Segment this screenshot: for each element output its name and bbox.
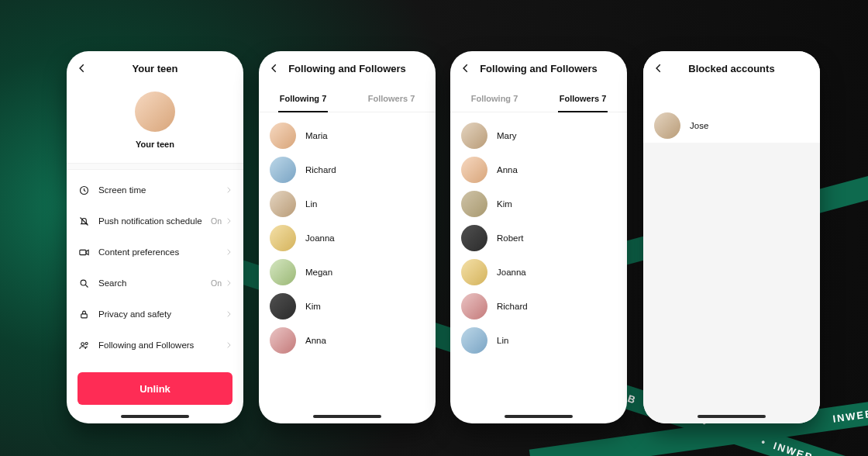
menu-label: Content preferences — [98, 247, 225, 257]
teen-name: Your teen — [136, 140, 174, 149]
page-title: Blocked accounts — [688, 63, 774, 74]
tab-label: Followers 7 — [560, 94, 607, 103]
list-item[interactable]: Joanna — [450, 255, 627, 289]
svg-point-8 — [85, 342, 88, 344]
list-item[interactable]: Anna — [259, 323, 436, 358]
phone-blocked: Blocked accounts Jose — [643, 51, 820, 423]
unlink-button[interactable]: Unlink — [78, 372, 232, 405]
chevron-right-icon — [225, 217, 232, 225]
menu-label: Screen time — [98, 185, 225, 195]
list-item[interactable]: Lin — [450, 323, 627, 358]
list-item[interactable]: Megan — [259, 255, 436, 289]
screen-body: Jose — [643, 109, 820, 423]
user-name: Jose — [690, 121, 708, 130]
home-indicator — [121, 415, 189, 418]
list-item[interactable]: Richard — [259, 153, 436, 187]
profile-block: Your teen — [67, 85, 243, 163]
avatar — [461, 157, 487, 183]
list-item[interactable]: Kim — [259, 289, 436, 323]
svg-point-4 — [81, 280, 86, 285]
home-indicator — [313, 415, 381, 418]
avatar — [461, 123, 487, 149]
user-name: Anna — [497, 165, 518, 174]
users-icon — [78, 339, 90, 351]
avatar — [461, 225, 487, 251]
phone-followers: Following and Followers Following 7 Foll… — [450, 51, 627, 423]
unlink-label: Unlink — [140, 383, 170, 395]
back-button[interactable] — [458, 60, 474, 76]
chevron-left-icon — [77, 63, 88, 74]
teen-avatar[interactable] — [135, 92, 175, 132]
chevron-left-icon — [269, 63, 280, 74]
menu-following-followers[interactable]: Following and Followers — [67, 330, 243, 361]
following-list: Maria Richard Lin Joanna Megan Kim Anna — [259, 112, 436, 364]
back-button[interactable] — [74, 60, 90, 76]
settings-menu: Screen time Push notification schedule O… — [67, 170, 243, 396]
stage: INWEB•INWEB•INWEB INWEB•INWEB•INWEB•INWE… — [0, 0, 868, 456]
section-divider — [67, 163, 243, 170]
followers-list: Mary Anna Kim Robert Joanna Richard Lin — [450, 112, 627, 364]
avatar — [461, 293, 487, 320]
phone-your-teen: Your teen Your teen Screen time Push not… — [67, 51, 243, 423]
chevron-left-icon — [653, 63, 664, 74]
list-item[interactable]: Robert — [450, 221, 627, 255]
chevron-right-icon — [225, 341, 232, 349]
user-name: Kim — [497, 199, 512, 209]
back-button[interactable] — [651, 60, 666, 76]
page-title: Following and Followers — [480, 63, 598, 74]
menu-search[interactable]: Search On — [67, 268, 243, 299]
menu-content-preferences[interactable]: Content preferences — [67, 237, 243, 268]
menu-badge: On — [211, 278, 222, 288]
avatar — [461, 191, 487, 217]
list-item[interactable]: Anna — [450, 153, 627, 187]
header: Following and Followers — [450, 51, 627, 85]
video-icon — [78, 246, 90, 258]
user-name: Maria — [305, 131, 328, 140]
user-name: Mary — [497, 131, 517, 140]
clock-icon — [78, 184, 90, 196]
svg-point-7 — [81, 342, 84, 345]
list-item[interactable]: Joanna — [259, 221, 436, 255]
menu-screen-time[interactable]: Screen time — [67, 174, 243, 206]
avatar — [270, 123, 296, 149]
user-name: Anna — [305, 336, 326, 345]
svg-rect-2 — [79, 250, 85, 254]
chevron-left-icon — [460, 63, 471, 74]
user-name: Lin — [497, 336, 508, 345]
home-indicator — [698, 415, 766, 418]
svg-rect-6 — [81, 313, 87, 317]
phone-following: Following and Followers Following 7 Foll… — [259, 51, 436, 423]
chevron-right-icon — [225, 186, 232, 194]
avatar — [461, 259, 487, 285]
menu-label: Search — [98, 278, 211, 288]
tab-following[interactable]: Following 7 — [259, 85, 347, 112]
list-item[interactable]: Lin — [259, 187, 436, 221]
header: Following and Followers — [259, 51, 436, 85]
home-indicator — [505, 415, 573, 418]
back-button[interactable] — [267, 60, 282, 76]
list-item[interactable]: Mary — [450, 119, 627, 153]
list-item[interactable]: Richard — [450, 289, 627, 323]
chevron-right-icon — [225, 248, 232, 256]
tab-label: Following 7 — [471, 94, 518, 103]
avatar — [461, 327, 487, 354]
menu-push-notification-schedule[interactable]: Push notification schedule On — [67, 206, 243, 237]
tab-followers[interactable]: Followers 7 — [539, 85, 627, 112]
tab-followers[interactable]: Followers 7 — [347, 85, 436, 112]
lock-icon — [78, 308, 90, 320]
menu-privacy-safety[interactable]: Privacy and safety — [67, 299, 243, 330]
avatar — [270, 191, 296, 217]
list-item[interactable]: Jose — [643, 109, 820, 143]
list-item[interactable]: Maria — [259, 119, 436, 153]
page-title: Your teen — [133, 63, 178, 74]
user-name: Megan — [305, 268, 332, 277]
user-name: Richard — [497, 302, 528, 311]
menu-badge: On — [211, 216, 222, 226]
user-name: Robert — [497, 233, 524, 243]
avatar — [270, 293, 296, 320]
list-item[interactable]: Kim — [450, 187, 627, 221]
avatar — [270, 157, 296, 183]
chevron-right-icon — [225, 310, 232, 318]
tabs: Following 7 Followers 7 — [259, 85, 436, 112]
tab-following[interactable]: Following 7 — [450, 85, 539, 112]
